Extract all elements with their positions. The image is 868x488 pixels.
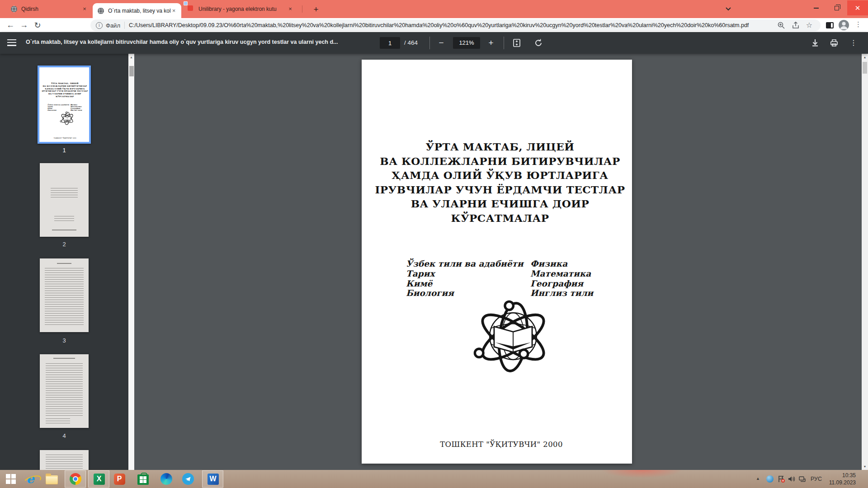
browser-tab-strip: Qidirsh × O`rta maktab, litsey va kollej…: [0, 0, 868, 18]
restore-button[interactable]: [826, 0, 847, 15]
thumbnail-number: 1: [38, 147, 91, 154]
thumbnail-number: 3: [38, 337, 91, 344]
edge-icon[interactable]: [160, 473, 173, 485]
date: 11.09.2023: [829, 479, 856, 486]
unilibrary-favicon-icon: [188, 5, 195, 13]
telegram-icon[interactable]: [182, 473, 194, 485]
time: 10:35: [842, 472, 856, 479]
pdf-viewer: ЎРТА МАКТАБ, ЛИЦЕЙ ВА КОЛЛЕЖЛАРНИ БИТИРУ…: [134, 54, 868, 470]
page-number-input[interactable]: [380, 37, 400, 49]
scrollbar-thumb[interactable]: [863, 62, 867, 74]
thumbnail-page-2[interactable]: [40, 163, 89, 237]
zoom-level: 121%: [453, 37, 480, 49]
fit-page-button[interactable]: [512, 38, 522, 48]
page-total: / 464: [404, 39, 418, 46]
network-icon[interactable]: [798, 475, 807, 483]
subject-list-right: Физика Математика География Инглиз тили: [530, 259, 593, 298]
publisher-line: ТОШКЕНТ "ЎҚИТУВЧИ" 2000: [362, 440, 632, 449]
tab-search-chevron-icon[interactable]: [724, 5, 732, 13]
forward-icon[interactable]: →: [17, 20, 31, 30]
tab-close-icon[interactable]: ×: [81, 5, 88, 13]
atom-book-logo: [59, 111, 75, 126]
pdf-page: ЎРТА МАКТАБ, ЛИЦЕЙ ВА КОЛЛЕЖЛАРНИ БИТИРУ…: [362, 60, 632, 464]
toolbar-divider: [504, 37, 504, 49]
zoom-out-button[interactable]: −: [435, 38, 447, 49]
bookmark-star-icon[interactable]: ☆: [805, 21, 813, 29]
word-icon[interactable]: W: [207, 473, 219, 485]
scheme-label: Файл: [106, 22, 120, 29]
tray-expand-icon[interactable]: ▲: [756, 476, 760, 481]
address-bar: ← → ↻ i Файл C:/Users/LIBRARY/Desktop/09…: [0, 18, 868, 32]
print-button[interactable]: [829, 38, 839, 48]
screen: Qidirsh × O`rta maktab, litsey va kollej…: [0, 0, 868, 488]
download-button[interactable]: [810, 38, 820, 48]
page-info-icon[interactable]: i: [96, 22, 103, 29]
new-tab-button[interactable]: +: [310, 4, 322, 15]
pdf-menu-icon[interactable]: [7, 39, 16, 46]
thumbnail-scrollbar[interactable]: ▲: [128, 54, 134, 470]
thumbnail-page-1[interactable]: ЎРТА МАКТАБ, ЛИЦЕЙ ВА КОЛЛЕЖЛАРНИ БИТИРУ…: [38, 66, 91, 144]
pdf-more-icon[interactable]: ⋮: [850, 38, 857, 47]
zoom-in-button[interactable]: +: [485, 38, 497, 49]
internet-explorer-icon[interactable]: e: [24, 473, 37, 485]
profile-avatar[interactable]: [839, 20, 849, 30]
tab-unilibrary[interactable]: Unilibrary - yagona elektron kutu ×: [183, 0, 298, 18]
minimize-button[interactable]: [806, 0, 826, 15]
action-center-flag-icon[interactable]: [777, 475, 785, 483]
start-button-icon[interactable]: [5, 473, 17, 485]
pdf-toolbar: O`rta maktab, litsey va kollejlarni biti…: [0, 32, 868, 54]
atom-book-logo: [469, 298, 557, 378]
thumbnail-number: 2: [38, 241, 91, 248]
subject-list-left: Ўзбек тили ва адабиёти Тарих Кимё Биолог…: [406, 259, 524, 298]
mini-doc-title: ЎРТА МАКТАБ, ЛИЦЕЙ ВА КОЛЛЕЖЛАРНИ БИТИРУ…: [39, 82, 89, 98]
window-controls: ✕: [806, 0, 868, 16]
language-indicator[interactable]: РУС: [811, 476, 822, 482]
side-panel-icon[interactable]: [826, 22, 834, 28]
tab-separator: [302, 5, 302, 13]
url-field[interactable]: i Файл C:/Users/LIBRARY/Desktop/09.09.23…: [90, 19, 821, 31]
share-icon[interactable]: [792, 21, 800, 29]
pdf-document-title: O`rta maktab, litsey va kollejlarni biti…: [26, 39, 378, 45]
tray-app-icon[interactable]: [766, 475, 774, 483]
thumbnail-number: 4: [38, 432, 91, 439]
tab-qidirsh[interactable]: Qidirsh ×: [6, 0, 93, 18]
scroll-up-icon[interactable]: ▲: [128, 54, 134, 59]
tab-pdf-active[interactable]: O`rta maktab, litsey va kollejlarni ×: [93, 3, 181, 18]
chrome-icon[interactable]: [69, 473, 82, 485]
scroll-up-icon[interactable]: ▲: [862, 56, 868, 59]
tab-title: Unilibrary - yagona elektron kutu: [198, 6, 277, 12]
zoom-indicator-icon[interactable]: [777, 21, 785, 29]
back-icon[interactable]: ←: [4, 20, 17, 30]
thumbnail-panel: ЎРТА МАКТАБ, ЛИЦЕЙ ВА КОЛЛЕЖЛАРНИ БИТИРУ…: [0, 54, 134, 470]
scrollbar-thumb[interactable]: [129, 66, 134, 76]
globe-favicon-icon: [97, 7, 104, 14]
globe-favicon-icon: [10, 5, 18, 13]
omnibox-divider: [124, 22, 125, 29]
window-close-button[interactable]: ✕: [847, 0, 868, 15]
tab-title: Qidirsh: [21, 6, 38, 12]
document-title: ЎРТА МАКТАБ, ЛИЦЕЙ ВА КОЛЛЕЖЛАРНИ БИТИРУ…: [362, 140, 632, 225]
tab-close-icon[interactable]: ×: [171, 7, 177, 14]
taskbar: e X P W ▲ РУС 10:35 11.09.2023: [0, 470, 868, 488]
toolbar-divider: [429, 37, 430, 49]
reload-icon[interactable]: ↻: [31, 20, 44, 30]
clock[interactable]: 10:35 11.09.2023: [826, 472, 856, 486]
scroll-down-icon[interactable]: ▼: [862, 465, 868, 468]
thumbnail-page-4[interactable]: [40, 354, 89, 428]
excel-icon[interactable]: X: [93, 473, 105, 485]
tab-title: O`rta maktab, litsey va kollejlarni: [108, 8, 171, 14]
rotate-button[interactable]: [533, 38, 543, 48]
powerpoint-icon[interactable]: P: [113, 473, 126, 485]
volume-icon[interactable]: [788, 475, 796, 483]
tab-close-icon[interactable]: ×: [287, 5, 294, 13]
microsoft-store-icon[interactable]: [137, 473, 149, 485]
url-text: C:/Users/LIBRARY/Desktop/09.09.23/O%60rt…: [129, 22, 771, 28]
thumbnail-page-3[interactable]: [40, 258, 89, 332]
browser-menu-icon[interactable]: ⋮: [855, 20, 862, 28]
document-scrollbar[interactable]: ▲ ▼: [862, 54, 868, 470]
file-explorer-icon[interactable]: [45, 473, 58, 485]
